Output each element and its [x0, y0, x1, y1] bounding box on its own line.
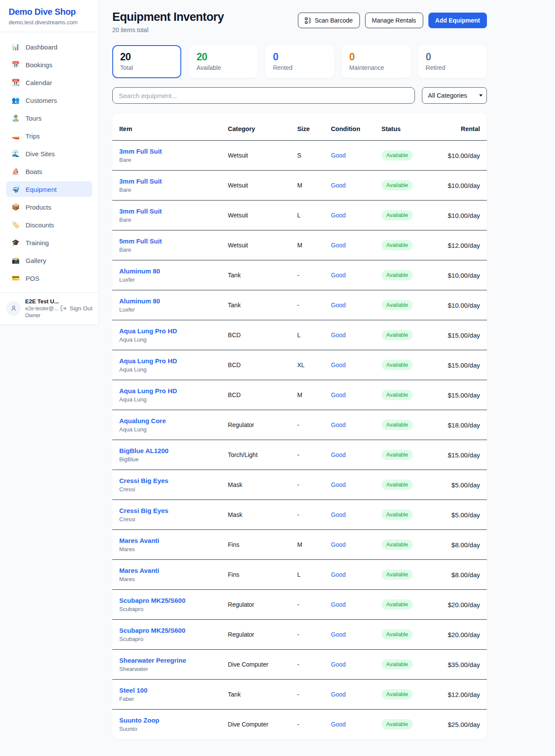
- item-name-link[interactable]: Cressi Big Eyes: [119, 507, 214, 514]
- rental-price: $12.00/day: [431, 230, 487, 260]
- sidebar-item-products[interactable]: 📦 Products: [6, 199, 92, 215]
- condition-link[interactable]: Good: [331, 212, 346, 219]
- item-category: Regulator: [221, 620, 291, 650]
- condition-link[interactable]: Good: [331, 332, 346, 339]
- sidebar-item-customers[interactable]: 👥 Customers: [6, 92, 92, 108]
- item-name-link[interactable]: Cressi Big Eyes: [119, 477, 214, 484]
- condition-link[interactable]: Good: [331, 571, 346, 578]
- item-name-link[interactable]: Aluminum 80: [119, 297, 214, 305]
- stat-label: Rented: [273, 64, 326, 71]
- item-brand: Aqua Lung: [119, 426, 214, 433]
- credit-card-icon: 💳: [11, 274, 20, 282]
- condition-link[interactable]: Good: [331, 182, 346, 189]
- stat-rented[interactable]: 0 Rented: [265, 45, 334, 78]
- stat-total[interactable]: 20 Total: [112, 45, 181, 78]
- category-filter-select[interactable]: All Categories: [422, 87, 487, 104]
- item-category: BCD: [221, 320, 291, 350]
- rental-price: $8.00/day: [431, 560, 487, 590]
- item-category: BCD: [221, 380, 291, 410]
- sidebar-item-tours[interactable]: 🏝️ Tours: [6, 110, 92, 126]
- condition-link[interactable]: Good: [331, 391, 346, 398]
- sidebar-item-discounts[interactable]: 🏷️ Discounts: [6, 217, 92, 233]
- item-name-link[interactable]: 3mm Full Suit: [119, 148, 214, 155]
- item-name-link[interactable]: Aqua Lung Pro HD: [119, 357, 214, 365]
- item-brand: Mares: [119, 576, 214, 582]
- item-size: -: [290, 440, 324, 470]
- item-name-link[interactable]: Aqua Lung Pro HD: [119, 387, 214, 394]
- condition-link[interactable]: Good: [331, 451, 346, 458]
- status-badge: Available: [382, 330, 413, 340]
- sidebar-item-dive-sites[interactable]: 🌊 Dive Sites: [6, 146, 92, 161]
- table-row: Aqua Lung Pro HD Aqua Lung BCD M Good Av…: [112, 380, 487, 410]
- item-name-link[interactable]: Aluminum 80: [119, 267, 214, 275]
- stat-available[interactable]: 20 Available: [189, 45, 258, 78]
- item-name-link[interactable]: Shearwater Peregrine: [119, 657, 214, 664]
- sign-out-button[interactable]: Sign Out: [60, 305, 92, 312]
- sidebar-item-calendar[interactable]: 📆 Calendar: [6, 75, 92, 90]
- item-brand: Aqua Lung: [119, 396, 214, 403]
- manage-rentals-label: Manage Rentals: [372, 17, 416, 24]
- sidebar-item-boats[interactable]: ⛵ Boats: [6, 164, 92, 179]
- sidebar-item-equipment[interactable]: 🤿 Equipment: [6, 181, 92, 197]
- item-category: Fins: [221, 530, 291, 560]
- item-name-link[interactable]: Aqualung Core: [119, 417, 214, 424]
- condition-link[interactable]: Good: [331, 152, 346, 159]
- sidebar-item-pos[interactable]: 💳 POS: [6, 270, 92, 286]
- item-name-link[interactable]: Scubapro MK25/S600: [119, 597, 214, 604]
- rental-price: $8.00/day: [431, 530, 487, 560]
- sidebar-item-dashboard[interactable]: 📊 Dashboard: [6, 39, 92, 55]
- item-name-link[interactable]: 3mm Full Suit: [119, 177, 214, 185]
- sidebar-item-trips[interactable]: 🚤 Trips: [6, 128, 92, 144]
- sidebar-item-label: Tours: [26, 115, 42, 122]
- rental-price: $10.00/day: [431, 260, 487, 290]
- sidebar-item-training[interactable]: 🎓 Training: [6, 235, 92, 250]
- item-name-link[interactable]: Mares Avanti: [119, 567, 214, 574]
- item-category: Dive Computer: [221, 650, 291, 680]
- condition-link[interactable]: Good: [331, 661, 346, 668]
- scan-barcode-button[interactable]: Scan Barcode: [298, 13, 360, 28]
- item-category: Wetsuit: [221, 171, 291, 201]
- user-role: Owner: [25, 312, 56, 319]
- item-name-link[interactable]: Scubapro MK25/S600: [119, 627, 214, 634]
- manage-rentals-button[interactable]: Manage Rentals: [365, 13, 423, 28]
- condition-link[interactable]: Good: [331, 362, 346, 368]
- item-brand: Bare: [119, 157, 214, 163]
- item-name-link[interactable]: Steel 100: [119, 687, 214, 694]
- stat-retired[interactable]: 0 Retired: [418, 45, 487, 78]
- sidebar-item-gallery[interactable]: 📸 Gallery: [6, 253, 92, 268]
- condition-link[interactable]: Good: [331, 481, 346, 488]
- header-actions: Scan Barcode Manage Rentals Add Equipmen…: [298, 13, 487, 28]
- search-input[interactable]: [112, 87, 415, 104]
- item-name-link[interactable]: BigBlue AL1200: [119, 447, 214, 454]
- item-size: -: [290, 500, 324, 530]
- item-name-link[interactable]: 5mm Full Suit: [119, 237, 214, 245]
- item-brand: Bare: [119, 187, 214, 193]
- rental-price: $18.00/day: [431, 410, 487, 440]
- sidebar-item-bookings[interactable]: 📅 Bookings: [6, 57, 92, 72]
- condition-link[interactable]: Good: [331, 302, 346, 309]
- condition-link[interactable]: Good: [331, 631, 346, 638]
- condition-link[interactable]: Good: [331, 511, 346, 518]
- sailboat-icon: ⛵: [11, 168, 20, 175]
- stat-maintenance[interactable]: 0 Maintenance: [342, 45, 411, 78]
- item-size: -: [290, 680, 324, 710]
- person-icon: [10, 305, 17, 312]
- condition-link[interactable]: Good: [331, 721, 346, 728]
- item-name-link[interactable]: Mares Avanti: [119, 537, 214, 544]
- add-equipment-button[interactable]: Add Equipment: [428, 13, 487, 28]
- item-name-link[interactable]: Suunto Zoop: [119, 717, 214, 724]
- condition-link[interactable]: Good: [331, 541, 346, 548]
- condition-link[interactable]: Good: [331, 691, 346, 698]
- item-name-link[interactable]: 3mm Full Suit: [119, 207, 214, 215]
- condition-link[interactable]: Good: [331, 272, 346, 279]
- item-brand: Bare: [119, 217, 214, 223]
- table-row: Suunto Zoop Suunto Dive Computer - Good …: [112, 710, 487, 740]
- condition-link[interactable]: Good: [331, 421, 346, 428]
- item-name-link[interactable]: Aqua Lung Pro HD: [119, 327, 214, 335]
- category-filter-wrap: All Categories: [422, 87, 487, 104]
- condition-link[interactable]: Good: [331, 601, 346, 608]
- item-category: Mask: [221, 500, 291, 530]
- rental-price: $15.00/day: [431, 350, 487, 380]
- condition-link[interactable]: Good: [331, 242, 346, 249]
- stat-label: Total: [120, 64, 173, 71]
